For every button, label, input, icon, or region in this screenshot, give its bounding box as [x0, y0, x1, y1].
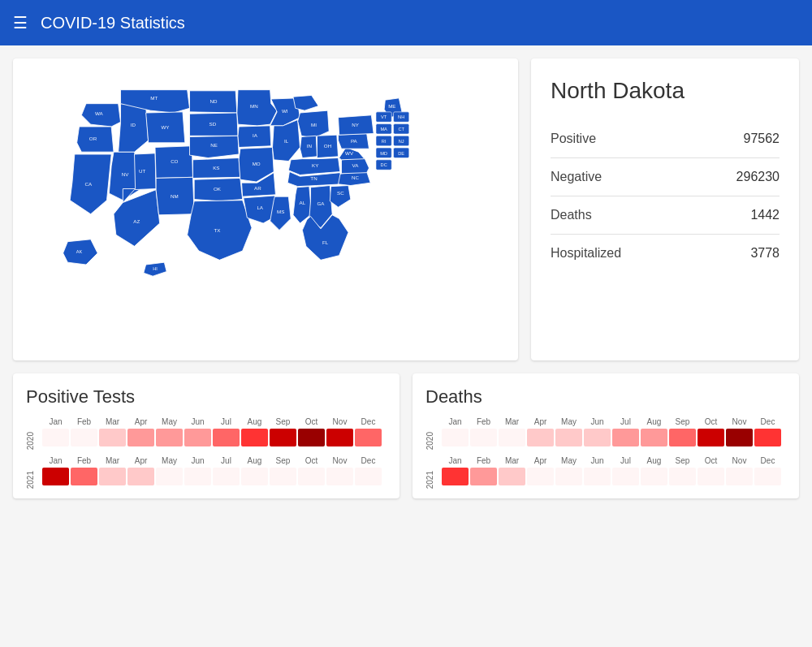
svg-text:KS: KS: [213, 165, 219, 170]
svg-text:NC: NC: [352, 175, 359, 180]
svg-text:NM: NM: [171, 193, 179, 199]
deaths-value: 1442: [750, 208, 780, 222]
menu-icon[interactable]: ☰: [13, 13, 28, 32]
negative-value: 296230: [736, 170, 780, 184]
bottom-section: Positive Tests 2020JanFebMarAprMayJunJul…: [13, 373, 799, 498]
svg-text:MS: MS: [277, 209, 284, 214]
svg-text:RI: RI: [382, 139, 387, 144]
svg-text:CT: CT: [398, 127, 404, 132]
svg-text:PA: PA: [351, 138, 358, 144]
svg-text:TN: TN: [310, 175, 317, 181]
svg-text:ID: ID: [131, 122, 136, 127]
svg-text:MD: MD: [380, 151, 387, 156]
hospitalized-stat-row: Hospitalized 3778: [551, 235, 780, 272]
stats-card: North Dakota Positive 97562 Negative 296…: [531, 58, 799, 360]
svg-text:CO: CO: [171, 158, 178, 164]
svg-text:ME: ME: [388, 103, 395, 109]
state-name: North Dakota: [551, 78, 780, 104]
negative-stat-row: Negative 296230: [551, 158, 780, 196]
svg-marker-51: [293, 95, 318, 110]
svg-text:MI: MI: [311, 122, 317, 127]
hospitalized-label: Hospitalized: [551, 246, 621, 261]
top-section: WA OR CA NV ID MT: [13, 58, 799, 360]
svg-text:AL: AL: [300, 200, 306, 205]
svg-text:MN: MN: [250, 103, 258, 109]
svg-text:SD: SD: [209, 121, 217, 127]
svg-text:MT: MT: [150, 95, 158, 101]
positive-label: Positive: [551, 132, 596, 146]
deaths-label: Deaths: [551, 208, 592, 222]
svg-marker-68: [330, 186, 351, 208]
positive-value: 97562: [744, 132, 780, 146]
svg-text:KY: KY: [312, 162, 319, 168]
deaths-chart-card: Deaths 2020JanFebMarAprMayJunJulAugSepOc…: [412, 373, 799, 498]
svg-text:WI: WI: [282, 108, 288, 114]
svg-text:MA: MA: [380, 127, 387, 132]
svg-text:LA: LA: [257, 205, 263, 210]
svg-text:AR: AR: [254, 185, 261, 191]
positive-heatmap: 2020JanFebMarAprMayJunJulAugSepOctNovDec…: [26, 417, 387, 485]
app-header: ☰ COVID-19 Statistics: [0, 0, 812, 45]
negative-label: Negative: [551, 170, 602, 184]
svg-text:VT: VT: [381, 114, 387, 119]
deaths-heatmap: 2020JanFebMarAprMayJunJulAugSepOctNovDec…: [425, 417, 786, 485]
svg-text:NE: NE: [210, 142, 218, 148]
svg-text:GA: GA: [317, 201, 326, 206]
svg-text:WV: WV: [345, 150, 354, 156]
svg-text:OK: OK: [214, 186, 222, 192]
positive-tests-chart-card: Positive Tests 2020JanFebMarAprMayJunJul…: [13, 373, 400, 498]
deaths-title: Deaths: [425, 386, 786, 408]
svg-text:ND: ND: [209, 98, 217, 104]
positive-tests-title: Positive Tests: [26, 386, 387, 408]
svg-text:SC: SC: [337, 190, 344, 196]
svg-text:DC: DC: [381, 162, 387, 167]
svg-text:UT: UT: [139, 168, 145, 174]
map-card: WA OR CA NV ID MT: [13, 58, 518, 360]
positive-stat-row: Positive 97562: [551, 120, 780, 158]
svg-text:OR: OR: [89, 136, 97, 141]
svg-text:IA: IA: [253, 132, 258, 138]
svg-text:NY: NY: [352, 122, 359, 127]
svg-text:HI: HI: [153, 266, 158, 271]
svg-text:CA: CA: [85, 181, 93, 187]
svg-text:DE: DE: [398, 151, 404, 156]
svg-text:NV: NV: [122, 171, 129, 177]
svg-text:VA: VA: [352, 162, 360, 168]
svg-text:IL: IL: [284, 138, 289, 144]
svg-text:FL: FL: [322, 239, 329, 245]
us-map[interactable]: WA OR CA NV ID MT: [26, 71, 505, 347]
svg-text:IN: IN: [307, 143, 312, 149]
svg-text:OH: OH: [324, 143, 331, 149]
svg-text:NH: NH: [398, 114, 404, 119]
svg-text:WA: WA: [95, 110, 104, 116]
svg-text:MO: MO: [253, 161, 261, 166]
app-title: COVID-19 Statistics: [41, 14, 185, 32]
svg-text:TX: TX: [214, 227, 222, 233]
svg-marker-9: [119, 104, 149, 152]
hospitalized-value: 3778: [750, 246, 780, 261]
svg-text:AZ: AZ: [133, 218, 140, 224]
svg-text:NJ: NJ: [399, 139, 404, 144]
svg-text:AK: AK: [76, 249, 83, 254]
svg-text:WY: WY: [161, 124, 170, 130]
main-content: WA OR CA NV ID MT: [0, 45, 812, 647]
deaths-stat-row: Deaths 1442: [551, 196, 780, 235]
